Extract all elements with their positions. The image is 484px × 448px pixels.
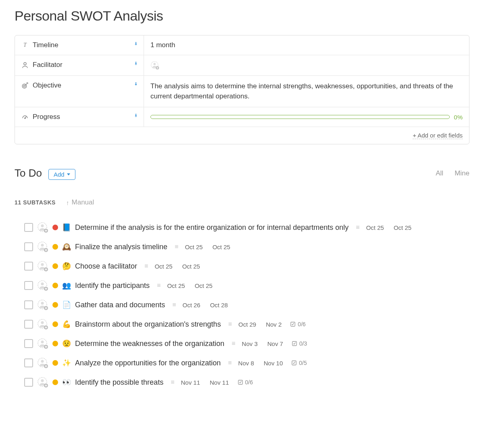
task-start-date[interactable]: Oct 29 bbox=[238, 321, 256, 328]
priority-dot[interactable] bbox=[52, 283, 58, 288]
drag-handle-icon[interactable]: ≡ bbox=[228, 321, 231, 328]
field-value[interactable]: 0% bbox=[144, 107, 469, 127]
task-emoji: 💪 bbox=[62, 320, 71, 329]
assign-avatar-icon[interactable] bbox=[37, 319, 48, 330]
priority-dot[interactable] bbox=[52, 360, 58, 366]
pin-icon[interactable] bbox=[133, 61, 139, 67]
add-edit-fields-link[interactable]: + Add or edit fields bbox=[413, 132, 463, 139]
task-start-date[interactable]: Oct 25 bbox=[167, 282, 185, 289]
assign-avatar-icon[interactable] bbox=[150, 61, 159, 70]
task-start-date[interactable]: Nov 3 bbox=[242, 340, 258, 347]
filter-all[interactable]: All bbox=[436, 169, 443, 177]
task-start-date[interactable]: Nov 8 bbox=[238, 360, 254, 367]
assign-avatar-icon[interactable] bbox=[37, 338, 48, 349]
field-value[interactable] bbox=[144, 55, 469, 75]
progress-bar[interactable] bbox=[150, 115, 450, 119]
drag-handle-icon[interactable]: ≡ bbox=[172, 301, 175, 308]
task-checkbox[interactable] bbox=[24, 378, 33, 387]
task-title[interactable]: Identify the participants bbox=[75, 281, 150, 290]
priority-dot[interactable] bbox=[52, 302, 58, 308]
drag-handle-icon[interactable]: ≡ bbox=[171, 379, 173, 386]
task-title[interactable]: Brainstorm about the organization's stre… bbox=[75, 320, 221, 329]
assign-avatar-icon[interactable] bbox=[37, 357, 48, 369]
task-checkbox[interactable] bbox=[24, 358, 33, 367]
task-start-date[interactable]: Oct 26 bbox=[183, 302, 200, 308]
drag-handle-icon[interactable]: ≡ bbox=[228, 359, 231, 367]
task-end-date[interactable]: Oct 25 bbox=[213, 244, 230, 250]
field-value[interactable]: The analysis aims to determine the inter… bbox=[144, 76, 469, 107]
task-end-date[interactable]: Nov 7 bbox=[267, 340, 283, 347]
task-title[interactable]: Analyze the opportunities for the organi… bbox=[75, 359, 221, 367]
svg-point-11 bbox=[41, 244, 44, 247]
task-row[interactable]: 💪Brainstorm about the organization's str… bbox=[15, 315, 469, 334]
checklist-count[interactable]: 0/3 bbox=[292, 340, 307, 347]
task-start-date[interactable]: Oct 25 bbox=[366, 224, 384, 231]
checklist-count[interactable]: 0/6 bbox=[290, 321, 305, 327]
assign-avatar-icon[interactable] bbox=[37, 241, 48, 252]
priority-dot[interactable] bbox=[52, 321, 58, 327]
task-checkbox[interactable] bbox=[24, 339, 33, 348]
task-row[interactable]: 🤔Choose a facilitator≡Oct 25Oct 25 bbox=[15, 256, 469, 276]
checklist-count[interactable]: 0/6 bbox=[238, 379, 253, 385]
task-checkbox[interactable] bbox=[24, 223, 33, 232]
priority-dot[interactable] bbox=[52, 379, 58, 385]
assign-avatar-icon[interactable] bbox=[37, 280, 48, 291]
assign-avatar-icon[interactable] bbox=[37, 260, 48, 272]
drag-handle-icon[interactable]: ≡ bbox=[175, 243, 177, 250]
task-row[interactable]: 👥Identify the participants≡Oct 25Oct 25 bbox=[15, 276, 469, 295]
task-emoji: 😟 bbox=[62, 339, 71, 348]
task-title[interactable]: Identify the possible threats bbox=[75, 378, 163, 387]
task-checkbox[interactable] bbox=[24, 281, 33, 290]
task-checkbox[interactable] bbox=[24, 300, 33, 309]
pin-icon[interactable] bbox=[133, 81, 139, 87]
task-checkbox[interactable] bbox=[24, 320, 33, 329]
task-row[interactable]: 👀Identify the possible threats≡Nov 11Nov… bbox=[15, 373, 469, 392]
task-end-date[interactable]: Nov 11 bbox=[210, 379, 229, 386]
pin-icon[interactable] bbox=[133, 113, 139, 119]
task-end-date[interactable]: Oct 28 bbox=[210, 302, 228, 308]
drag-handle-icon[interactable]: ≡ bbox=[232, 340, 234, 347]
field-row-progress[interactable]: Progress 0% bbox=[15, 107, 469, 127]
task-row[interactable]: 📘Determine if the analysis is for the en… bbox=[15, 218, 469, 237]
field-row-objective[interactable]: Objective The analysis aims to determine… bbox=[15, 76, 469, 107]
drag-handle-icon[interactable]: ≡ bbox=[356, 224, 359, 231]
field-row-timeline[interactable]: T Timeline 1 month bbox=[15, 35, 469, 55]
priority-dot[interactable] bbox=[52, 244, 58, 250]
assign-avatar-icon[interactable] bbox=[37, 299, 48, 310]
task-title[interactable]: Finalize the analysis timeline bbox=[75, 243, 167, 251]
task-start-date[interactable]: Oct 25 bbox=[154, 263, 172, 270]
priority-dot[interactable] bbox=[52, 341, 58, 346]
task-row[interactable]: 😟Determine the weaknesses of the organiz… bbox=[15, 334, 469, 353]
assign-avatar-icon[interactable] bbox=[37, 377, 48, 388]
chevron-down-icon bbox=[67, 173, 70, 175]
add-button[interactable]: Add bbox=[48, 169, 75, 180]
sort-selector[interactable]: ↑ Manual bbox=[66, 198, 94, 206]
task-title[interactable]: Determine the weaknesses of the organiza… bbox=[75, 340, 224, 348]
task-row[interactable]: ✨Analyze the opportunities for the organ… bbox=[15, 353, 469, 373]
task-row[interactable]: 🕰️Finalize the analysis timeline≡Oct 25O… bbox=[15, 237, 469, 256]
field-value[interactable]: 1 month bbox=[144, 35, 469, 55]
filter-mine[interactable]: Mine bbox=[455, 169, 469, 177]
task-end-date[interactable]: Nov 2 bbox=[266, 321, 282, 328]
task-checkbox[interactable] bbox=[24, 242, 33, 251]
task-start-date[interactable]: Nov 11 bbox=[181, 379, 200, 386]
priority-dot[interactable] bbox=[52, 263, 58, 269]
priority-dot[interactable] bbox=[52, 225, 58, 230]
task-end-date[interactable]: Oct 25 bbox=[182, 263, 200, 270]
task-start-date[interactable]: Oct 25 bbox=[185, 244, 202, 250]
checklist-count[interactable]: 0/5 bbox=[292, 360, 307, 366]
assign-avatar-icon[interactable] bbox=[37, 222, 48, 233]
task-end-date[interactable]: Oct 25 bbox=[195, 282, 213, 289]
task-end-date[interactable]: Nov 10 bbox=[264, 360, 283, 367]
task-title[interactable]: Choose a facilitator bbox=[75, 262, 137, 271]
task-emoji: 👀 bbox=[62, 378, 71, 387]
task-row[interactable]: 📄Gather data and documents≡Oct 26Oct 28 bbox=[15, 295, 469, 315]
task-checkbox[interactable] bbox=[24, 262, 33, 271]
drag-handle-icon[interactable]: ≡ bbox=[157, 282, 160, 289]
task-title[interactable]: Gather data and documents bbox=[75, 301, 165, 309]
task-title[interactable]: Determine if the analysis is for the ent… bbox=[75, 223, 348, 232]
task-end-date[interactable]: Oct 25 bbox=[394, 224, 411, 231]
pin-icon[interactable] bbox=[133, 41, 139, 47]
drag-handle-icon[interactable]: ≡ bbox=[144, 263, 147, 270]
field-row-facilitator[interactable]: Facilitator bbox=[15, 55, 469, 76]
